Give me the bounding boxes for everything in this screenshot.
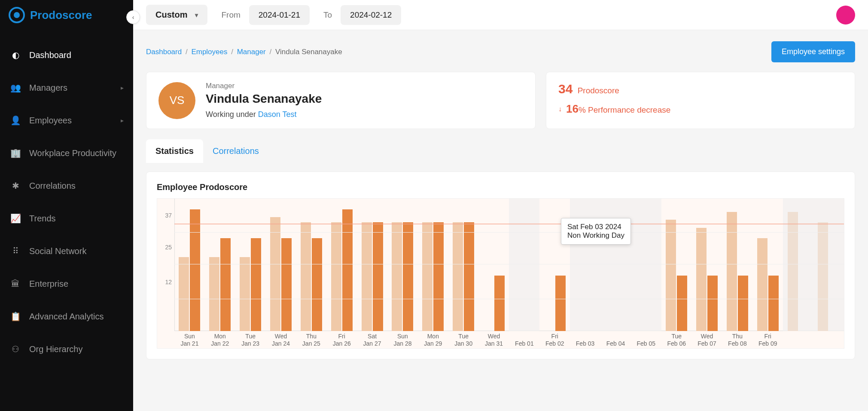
sidebar-item-advanced-analytics[interactable]: 📋Advanced Analytics xyxy=(0,300,133,333)
bar-group[interactable] xyxy=(387,199,418,331)
sidebar-item-managers[interactable]: 👥Managers▸ xyxy=(0,71,133,104)
bar-actual xyxy=(494,276,505,331)
employee-prodoscore-chart[interactable]: 122537 SunJan 21MonJan 22TueJan 23WedJan… xyxy=(157,198,844,349)
enterprise-icon: 🏛 xyxy=(9,278,21,290)
bar-actual xyxy=(677,276,687,331)
from-date-input[interactable]: 2024-01-21 xyxy=(249,5,310,25)
bar-group[interactable] xyxy=(661,199,692,331)
tabs: Statistics Correlations xyxy=(146,139,855,163)
sidebar-item-dashboard[interactable]: ◐Dashboard xyxy=(0,39,133,71)
x-label: Feb 04 xyxy=(600,331,631,348)
bar-group[interactable] xyxy=(692,199,722,331)
bar-group[interactable] xyxy=(357,199,387,331)
employee-avatar: VS xyxy=(158,82,195,119)
employee-role: Manager xyxy=(206,82,322,90)
score-card: 34 Prodoscore ↓ 16% Performance decrease xyxy=(546,72,855,129)
bar-baseline xyxy=(696,228,707,331)
sidebar-item-label: Org Hierarchy xyxy=(29,344,82,354)
x-label: Feb 05 xyxy=(631,331,661,348)
sidebar-item-label: Social Network xyxy=(29,246,86,256)
from-label: From xyxy=(221,10,240,20)
breadcrumb: Dashboard / Employees / Manager / Vindul… xyxy=(146,48,342,56)
x-label: SunJan 21 xyxy=(174,331,205,348)
bar-group[interactable] xyxy=(235,199,266,331)
bar-group[interactable] xyxy=(205,199,235,331)
x-label: SunJan 28 xyxy=(387,331,418,348)
x-label: WedJan 31 xyxy=(479,331,509,348)
brand-logo[interactable]: Prodoscore xyxy=(0,0,133,30)
sidebar-item-label: Advanced Analytics xyxy=(29,312,104,322)
tab-statistics[interactable]: Statistics xyxy=(146,139,203,163)
bar-group[interactable] xyxy=(509,199,539,331)
breadcrumb-dashboard[interactable]: Dashboard xyxy=(146,48,182,56)
bar-baseline xyxy=(727,212,737,331)
employees-icon: 👤 xyxy=(9,114,21,126)
x-label: TueJan 23 xyxy=(235,331,266,348)
main: Custom ▾ From 2024-01-21 To 2024-02-12 D… xyxy=(133,0,868,411)
x-label: SatJan 27 xyxy=(357,331,387,348)
bar-group[interactable] xyxy=(752,199,783,331)
breadcrumb-employees[interactable]: Employees xyxy=(191,48,227,56)
sidebar-item-org-hierarchy[interactable]: ⚇Org Hierarchy xyxy=(0,333,133,365)
tab-correlations[interactable]: Correlations xyxy=(203,139,268,163)
x-label: WedFeb 07 xyxy=(692,331,722,348)
sidebar-item-correlations[interactable]: ✱Correlations xyxy=(0,169,133,202)
bar-group[interactable] xyxy=(479,199,509,331)
y-tick: 37 xyxy=(165,212,172,219)
sidebar-item-social-network[interactable]: ⠿Social Network xyxy=(0,235,133,267)
bar-group[interactable] xyxy=(296,199,326,331)
sidebar-collapse-button[interactable]: ‹ xyxy=(126,10,140,24)
building-icon: 🏢 xyxy=(9,147,21,159)
sidebar: Prodoscore ‹ ◐Dashboard👥Managers▸👤Employ… xyxy=(0,0,133,411)
chevron-left-icon: ‹ xyxy=(132,14,134,21)
sidebar-item-employees[interactable]: 👤Employees▸ xyxy=(0,104,133,137)
to-date-input[interactable]: 2024-02-12 xyxy=(341,5,401,25)
bar-actual xyxy=(768,276,779,331)
y-tick: 12 xyxy=(165,279,172,285)
breadcrumb-manager[interactable]: Manager xyxy=(237,48,266,56)
bar-group[interactable] xyxy=(418,199,448,331)
bar-group[interactable] xyxy=(326,199,357,331)
bar-actual xyxy=(403,222,413,331)
x-label: FriFeb 02 xyxy=(539,331,570,348)
brand-logo-icon xyxy=(9,7,25,23)
sidebar-item-label: Correlations xyxy=(29,181,76,191)
chevron-right-icon: ▸ xyxy=(121,117,124,124)
employee-settings-button[interactable]: Employee settings xyxy=(771,41,855,62)
brand-name: Prodoscore xyxy=(30,9,92,22)
sidebar-item-enterprise[interactable]: 🏛Enterprise xyxy=(0,267,133,300)
date-range-select[interactable]: Custom ▾ xyxy=(146,5,207,25)
bar-baseline xyxy=(209,257,219,331)
sidebar-item-workplace-productivity[interactable]: 🏢Workplace Productivity xyxy=(0,137,133,169)
bar-group[interactable] xyxy=(783,199,813,331)
bar-baseline xyxy=(240,257,250,331)
bar-actual xyxy=(555,276,566,331)
sidebar-item-trends[interactable]: 📈Trends xyxy=(0,202,133,235)
bar-baseline xyxy=(392,222,402,331)
profile-card: VS Manager Vindula Senanayake Working un… xyxy=(146,72,536,129)
bar-baseline xyxy=(362,222,372,331)
bar-group[interactable] xyxy=(722,199,752,331)
x-label xyxy=(783,331,813,348)
x-label: TueFeb 06 xyxy=(661,331,692,348)
working-under: Working under Dason Test xyxy=(206,110,322,119)
sidebar-item-label: Employees xyxy=(29,116,72,126)
user-avatar[interactable] xyxy=(836,6,855,25)
bar-group[interactable] xyxy=(174,199,205,331)
bar-group[interactable] xyxy=(266,199,296,331)
x-label: FriJan 26 xyxy=(326,331,357,348)
bar-group[interactable] xyxy=(448,199,479,331)
bar-baseline xyxy=(301,222,311,331)
sidebar-item-label: Enterprise xyxy=(29,279,68,289)
bar-group[interactable] xyxy=(631,199,661,331)
x-label: TueJan 30 xyxy=(448,331,479,348)
nodes-icon: ✱ xyxy=(9,180,21,192)
bar-baseline xyxy=(179,257,189,331)
bar-baseline xyxy=(422,222,432,331)
bar-group[interactable] xyxy=(813,199,844,331)
bar-actual xyxy=(312,238,322,331)
to-label: To xyxy=(323,10,332,20)
sidebar-item-label: Managers xyxy=(29,83,67,93)
content: Dashboard / Employees / Manager / Vindul… xyxy=(133,30,868,411)
manager-link[interactable]: Dason Test xyxy=(258,110,297,119)
